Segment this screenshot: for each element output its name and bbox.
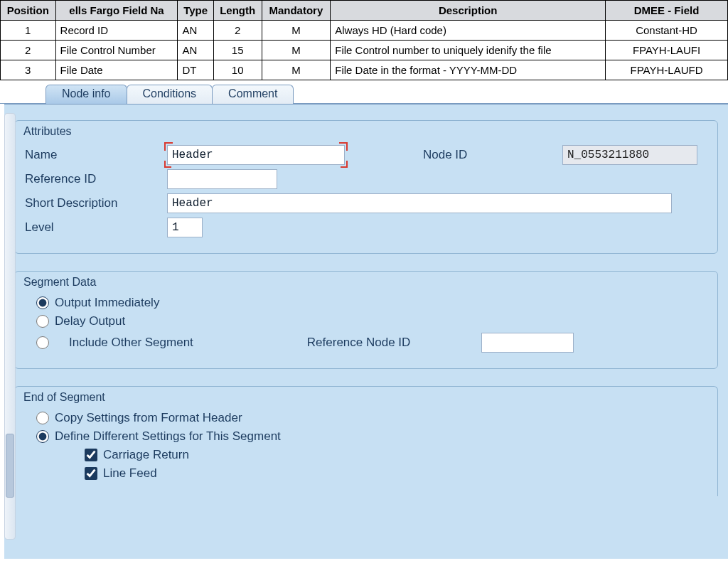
input-short-description[interactable] — [167, 193, 672, 213]
cell-fieldname: File Date — [55, 60, 178, 80]
tab-strip: Node info Conditions Comment — [46, 85, 728, 104]
label-line-feed: Line Feed — [103, 466, 157, 481]
cell-length: 15 — [213, 41, 262, 60]
input-name[interactable] — [167, 145, 345, 165]
label-carriage-return: Carriage Return — [103, 448, 189, 462]
input-reference-id[interactable] — [167, 169, 277, 189]
label-delay-output: Delay Output — [55, 314, 125, 328]
group-segment-data: Segment Data Output Immediately Delay Ou… — [14, 271, 718, 369]
tab-panel-node-info: Attributes Name Node ID Reference ID Sho… — [4, 104, 728, 559]
group-title-segment-data: Segment Data — [23, 276, 707, 289]
label-include-other-segment: Include Other Segment — [69, 336, 193, 350]
cell-description: File Control number to uniquely idenify … — [331, 41, 606, 60]
table-row[interactable]: 3 File Date DT 10 M File Date in the for… — [1, 60, 728, 80]
radio-delay-output[interactable] — [36, 315, 49, 328]
scrollbar-thumb[interactable] — [6, 434, 14, 498]
group-title-end-of-segment: End of Segment — [23, 391, 707, 404]
group-title-attributes: Attributes — [23, 125, 707, 138]
input-reference-node-id[interactable] — [481, 333, 574, 353]
col-length: Length — [213, 1, 262, 21]
check-carriage-return[interactable] — [85, 449, 97, 461]
cell-dmee: FPAYH-LAUFD — [606, 60, 728, 80]
grid-header-row: Position ells Fargo Field Na Type Length… — [1, 1, 728, 21]
cell-position: 3 — [1, 60, 56, 80]
cell-type: DT — [178, 60, 213, 80]
cell-type: AN — [178, 21, 213, 41]
col-fieldname: ells Fargo Field Na — [55, 1, 178, 21]
cell-length: 2 — [213, 21, 262, 41]
label-name: Name — [25, 148, 167, 162]
label-node-id: Node ID — [423, 148, 534, 162]
label-reference-id: Reference ID — [25, 172, 167, 186]
tab-comment[interactable]: Comment — [212, 85, 294, 104]
input-node-id — [562, 145, 697, 165]
col-description: Description — [331, 1, 606, 21]
radio-include-other-segment[interactable] — [36, 336, 49, 349]
cell-mandatory: M — [262, 21, 331, 41]
input-level[interactable] — [167, 218, 203, 237]
tab-conditions[interactable]: Conditions — [127, 85, 213, 104]
cell-fieldname: Record ID — [55, 21, 178, 41]
radio-define-different[interactable] — [36, 430, 49, 443]
cell-type: AN — [178, 41, 213, 60]
table-row[interactable]: 1 Record ID AN 2 M Always HD (Hard code)… — [1, 21, 728, 41]
check-line-feed[interactable] — [85, 467, 97, 480]
label-define-different: Define Different Settings for This Segme… — [55, 429, 281, 444]
label-copy-settings: Copy Settings from Format Header — [55, 411, 242, 425]
col-type: Type — [178, 1, 213, 21]
spec-grid: Position ells Fargo Field Na Type Length… — [0, 0, 728, 80]
cell-fieldname: File Control Number — [55, 41, 178, 60]
left-scrollbar[interactable] — [4, 113, 16, 540]
col-mandatory: Mandatory — [262, 1, 331, 21]
cell-position: 2 — [1, 41, 56, 60]
table-row[interactable]: 2 File Control Number AN 15 M File Contr… — [1, 41, 728, 60]
cell-mandatory: M — [262, 60, 331, 80]
cell-dmee: Constant-HD — [606, 21, 728, 41]
cell-description: Always HD (Hard code) — [331, 21, 606, 41]
cell-position: 1 — [1, 21, 56, 41]
cell-mandatory: M — [262, 41, 331, 60]
col-position: Position — [1, 1, 56, 21]
tab-node-info[interactable]: Node info — [46, 85, 127, 104]
label-level: Level — [25, 220, 167, 235]
label-reference-node-id: Reference Node ID — [307, 336, 411, 350]
label-short-description: Short Description — [25, 196, 167, 210]
radio-output-immediately[interactable] — [36, 296, 49, 309]
col-dmee: DMEE - Field — [606, 1, 728, 21]
radio-copy-settings[interactable] — [36, 412, 49, 424]
group-attributes: Attributes Name Node ID Reference ID Sho… — [14, 120, 718, 254]
cell-length: 10 — [213, 60, 262, 80]
cell-description: File Date in the format - YYYY-MM-DD — [331, 60, 606, 80]
label-output-immediately: Output Immediately — [55, 296, 159, 310]
cell-dmee: FPAYH-LAUFI — [606, 41, 728, 60]
group-end-of-segment: End of Segment Copy Settings from Format… — [14, 386, 718, 496]
